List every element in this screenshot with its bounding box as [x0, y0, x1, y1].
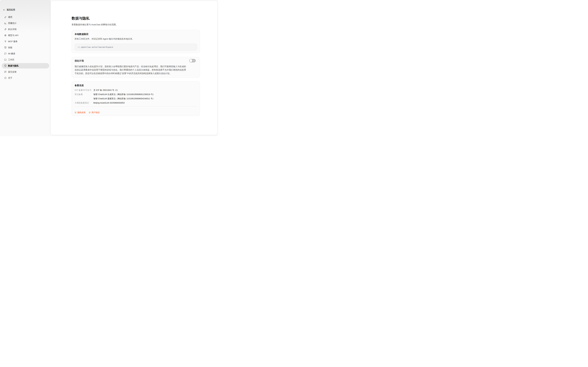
- local-data-path-description: 所有工作区文件、对话记录和 Agent 输出均存储在此本地目录。: [75, 37, 197, 41]
- optimization-program-description: 我们诚邀您加入优化提升计划，您的加入会帮助我们更好地迭代产品：在去标识化处理后，…: [75, 65, 186, 75]
- sidebar-item-data-privacy[interactable]: 数据与隐私: [2, 63, 49, 68]
- coins-icon: [4, 28, 7, 31]
- filing-divider: [75, 107, 197, 107]
- back-to-app-label: 返回应用: [7, 8, 15, 11]
- sidebar-item-label: 技能: [8, 46, 12, 49]
- local-data-path-title: 本地数据路径: [75, 33, 197, 35]
- settings-sidebar: 返回应用 通用 用量统计 积分详情: [0, 0, 51, 136]
- external-link-icon: [75, 112, 76, 113]
- sidebar-item-label: 通用: [8, 16, 12, 18]
- privacy-policy-link[interactable]: 隐私政策: [75, 111, 86, 114]
- filing-row-icp: ICP 备案/许可证号 京 ICP 备 20011824 号 -21: [75, 88, 197, 92]
- sidebar-item-usage-stats[interactable]: 用量统计: [2, 20, 49, 26]
- user-agreement-label: 用户协议: [92, 111, 100, 114]
- page-subtitle: 查看数据存储位置与 AutoClaw 的网络出站范围。: [72, 23, 200, 26]
- sidebar-item-general[interactable]: 通用: [2, 14, 49, 20]
- toggle-knob: [190, 59, 192, 62]
- optimization-toggle[interactable]: 关: [189, 59, 196, 62]
- workspace-path-field[interactable]: ~/.openclaw-autoclaw/workspace: [75, 44, 197, 51]
- app-window: 返回应用 通用 用量统计 积分详情: [0, 0, 218, 136]
- filing-row-value: Beijing-AutoGLM-20250606S0053: [93, 101, 125, 105]
- sidebar-item-about[interactable]: 关于: [2, 75, 49, 81]
- sidebar-item-mcp-services[interactable]: MCP 服务: [2, 39, 49, 44]
- sidebar-item-im-channels[interactable]: IM 频道: [2, 51, 49, 56]
- workspace-path-value: ~/.openclaw-autoclaw/workspace: [77, 46, 113, 48]
- sidebar-item-credits[interactable]: 积分详情: [2, 27, 49, 32]
- sidebar-item-label: 提交反馈: [8, 71, 16, 73]
- filing-row-label: 算法备案: [75, 92, 93, 101]
- filing-row-large-model: 大模型备案登记 Beijing-AutoGLM-20250606S0053: [75, 101, 197, 105]
- feedback-icon: [4, 71, 7, 73]
- optimization-program-title: 优化计划: [75, 59, 84, 62]
- sidebar-item-label: 模型与 API: [8, 34, 18, 37]
- sidebar-item-label: 数据与隐私: [8, 65, 19, 67]
- filing-row-value: 京 ICP 备 20011824 号 -21: [93, 88, 118, 92]
- sidebar-item-workspace[interactable]: 工作区: [2, 57, 49, 62]
- arrow-left-icon: [3, 9, 5, 11]
- sidebar-item-label: 关于: [8, 77, 12, 79]
- filing-info-title: 备案信息: [75, 84, 197, 87]
- filing-row-label: ICP 备案/许可证号: [75, 88, 93, 92]
- chip-icon: [4, 34, 7, 37]
- filing-rows: ICP 备案/许可证号 京 ICP 备 20011824 号 -21 算法备案 …: [75, 88, 197, 105]
- sidebar-item-models-api[interactable]: 模型与 API: [2, 33, 49, 38]
- sidebar-item-label: 工作区: [8, 58, 14, 61]
- sidebar-nav: 通用 用量统计 积分详情 模型与 API: [2, 14, 49, 81]
- sidebar-item-feedback[interactable]: 提交反馈: [2, 69, 49, 75]
- page-title: 数据与隐私: [72, 16, 200, 20]
- settings-main-panel: 数据与隐私 查看数据存储位置与 AutoClaw 的网络出站范围。 本地数据路径…: [51, 1, 217, 135]
- data-privacy-content: 数据与隐私 查看数据存储位置与 AutoClaw 的网络出站范围。 本地数据路径…: [72, 1, 200, 116]
- filing-row-value: 智谱 ChatGLM 生成算法（网信算备 1101081058580012300…: [93, 92, 155, 96]
- policy-links-row: 隐私政策 用户协议: [75, 111, 197, 115]
- filing-row-value: 智谱 ChatGLM 搜索算法（网信算备 1101081058580042400…: [93, 96, 155, 101]
- book-icon: [4, 46, 7, 49]
- user-agreement-link[interactable]: 用户协议: [89, 111, 100, 114]
- filing-row-label: 大模型备案登记: [75, 101, 93, 105]
- folder-icon: [4, 58, 7, 61]
- pencil-icon: [4, 16, 7, 18]
- toggle-state-label: 关: [193, 60, 195, 61]
- sidebar-item-label: MCP 服务: [8, 40, 17, 43]
- privacy-policy-label: 隐私政策: [77, 111, 86, 114]
- optimization-program-card: 优化计划 关 我们诚邀您加入优化提升计划，您的加入会帮助我们更好地迭代产品：在去…: [72, 57, 200, 78]
- sidebar-item-label: 积分详情: [8, 28, 16, 31]
- filing-info-card: 备案信息 ICP 备案/许可证号 京 ICP 备 20011824 号 -21 …: [72, 81, 200, 116]
- sidebar-item-skills[interactable]: 技能: [2, 45, 49, 50]
- local-data-path-card: 本地数据路径 所有工作区文件、对话记录和 Agent 输出均存储在此本地目录。 …: [72, 30, 200, 53]
- bar-chart-icon: [4, 22, 7, 25]
- chat-bubble-icon: [4, 52, 7, 55]
- sidebar-item-label: IM 频道: [8, 52, 15, 55]
- plug-icon: [4, 40, 7, 43]
- filing-row-algorithm: 算法备案 智谱 ChatGLM 生成算法（网信算备 11010810585800…: [75, 92, 197, 101]
- back-to-app-button[interactable]: 返回应用: [3, 8, 15, 11]
- external-link-icon: [89, 112, 91, 113]
- sidebar-item-label: 用量统计: [8, 22, 16, 25]
- shield-icon: [4, 65, 7, 67]
- info-icon: [4, 77, 7, 79]
